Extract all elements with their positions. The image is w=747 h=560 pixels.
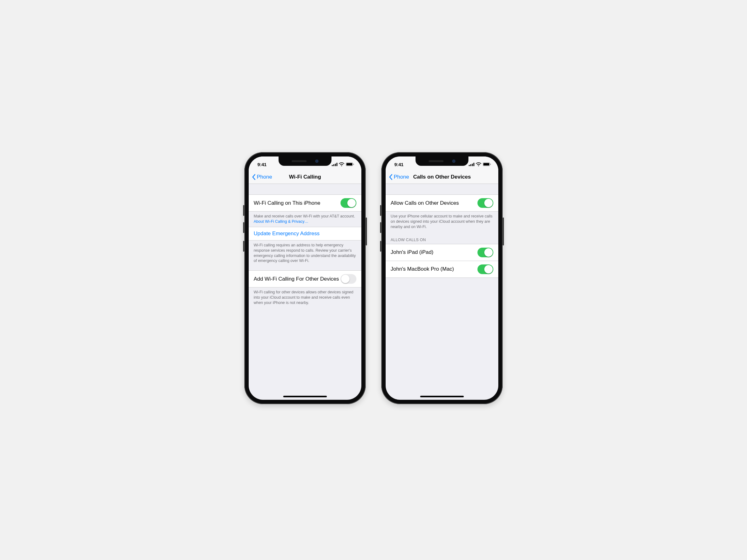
svg-rect-6 [353,164,354,165]
stage: 9:41 Phone Wi-Fi Calling Wi-Fi Calling o… [134,101,613,459]
row-allow-calls-on-other-devices[interactable]: Allow Calls on Other Devices [386,194,498,212]
front-camera [315,160,318,163]
notch [415,157,468,166]
toggle-knob [484,199,493,207]
battery-icon [346,162,354,166]
svg-rect-10 [473,163,474,166]
svg-rect-8 [470,164,471,166]
footer-allow-calls: Use your iPhone cellular account to make… [386,212,498,232]
back-label: Phone [394,174,409,180]
footer-text: Make and receive calls over Wi-Fi with y… [254,214,355,218]
group-spacer [386,184,498,194]
svg-rect-3 [336,163,337,166]
iphone-frame-left: 9:41 Phone Wi-Fi Calling Wi-Fi Calling o… [244,152,366,404]
row-device-macbook-pro[interactable]: John's MacBook Pro (Mac) [386,261,498,278]
footer-other-devices: Wi-Fi calling for other devices allows o… [249,288,361,308]
svg-rect-7 [469,165,470,166]
back-button[interactable]: Phone [249,174,272,180]
cellular-signal-icon [469,163,474,166]
svg-rect-12 [483,163,489,165]
svg-rect-9 [472,164,473,166]
back-button[interactable]: Phone [386,174,409,180]
home-indicator[interactable] [283,396,327,397]
battery-icon [483,162,491,166]
notch [279,157,332,166]
svg-rect-1 [333,164,334,166]
home-indicator[interactable] [420,396,464,397]
speaker-grille [292,160,307,162]
nav-bar: Phone Wi-Fi Calling [249,170,361,184]
nav-bar: Phone Calls on Other Devices [386,170,498,184]
svg-rect-2 [335,164,336,166]
toggle-knob [341,275,350,283]
toggle-wifi-calling-on-this-iphone[interactable] [340,198,356,208]
settings-content[interactable]: Wi-Fi Calling on This iPhone Make and re… [249,184,361,400]
back-label: Phone [257,174,272,180]
row-label: Wi-Fi Calling on This iPhone [254,200,320,206]
row-device-ipad[interactable]: John's iPad (iPad) [386,244,498,261]
row-update-emergency-address[interactable]: Update Emergency Address [249,227,361,240]
toggle-add-wifi-calling-for-other-devices[interactable] [340,274,356,284]
status-icons [469,161,491,166]
iphone-screen: 9:41 Phone Calls on Other Devices Allow … [386,157,498,400]
iphone-frame-right: 9:41 Phone Calls on Other Devices Allow … [381,152,503,404]
status-icons [332,161,354,166]
about-wifi-calling-privacy-link[interactable]: About Wi-Fi Calling & Privacy… [254,219,308,224]
cellular-signal-icon [332,163,337,166]
row-add-wifi-calling-for-other-devices[interactable]: Add Wi-Fi Calling For Other Devices [249,270,361,288]
row-label: John's MacBook Pro (Mac) [391,266,454,272]
status-time: 9:41 [257,160,266,167]
row-label: John's iPad (iPad) [391,249,433,256]
footer-wifi-calling-privacy: Make and receive calls over Wi-Fi with y… [249,212,361,227]
toggle-device-macbook-pro[interactable] [478,264,493,274]
speaker-grille [429,160,443,162]
group-spacer [249,266,361,270]
status-time: 9:41 [394,160,403,167]
row-label: Add Wi-Fi Calling For Other Devices [254,276,339,282]
group-spacer [249,184,361,194]
iphone-screen: 9:41 Phone Wi-Fi Calling Wi-Fi Calling o… [249,157,361,400]
front-camera [452,160,455,163]
toggle-knob [347,199,356,207]
chevron-left-icon [389,174,392,180]
wifi-icon [476,162,481,166]
svg-rect-0 [332,165,333,166]
row-label: Update Emergency Address [254,231,320,237]
svg-rect-5 [346,163,352,165]
row-wifi-calling-on-this-iphone[interactable]: Wi-Fi Calling on This iPhone [249,194,361,212]
row-label: Allow Calls on Other Devices [391,200,459,206]
settings-content[interactable]: Allow Calls on Other Devices Use your iP… [386,184,498,400]
toggle-knob [484,265,493,273]
toggle-knob [484,248,493,257]
svg-rect-13 [490,164,491,165]
footer-emergency-address: Wi-Fi calling requires an address to hel… [249,240,361,266]
section-header-allow-calls-on: ALLOW CALLS ON [386,232,498,244]
toggle-allow-calls-on-other-devices[interactable] [478,198,493,208]
wifi-icon [339,162,344,166]
toggle-device-ipad[interactable] [478,248,493,257]
chevron-left-icon [252,174,256,180]
